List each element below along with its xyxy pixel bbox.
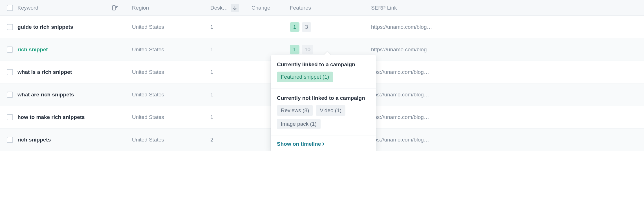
cell-desk: 1 xyxy=(202,24,252,30)
desk-value: 2 xyxy=(210,137,213,143)
unlinked-feature-tag[interactable]: Image pack (1) xyxy=(277,119,321,129)
col-label-change: Change xyxy=(252,5,270,11)
cell-region: United States xyxy=(124,69,202,75)
table-row: guide to rich snippetsUnited States113ht… xyxy=(0,16,644,38)
col-label-desk: Desk… xyxy=(210,5,228,11)
keyword-text[interactable]: guide to rich snippets xyxy=(17,24,73,30)
unlinked-feature-tag[interactable]: Video (1) xyxy=(316,105,345,116)
popover-unlinked-title: Currently not linked to a campaign xyxy=(277,95,370,101)
cell-keyword: how to make rich snippets xyxy=(0,114,124,120)
timeline-link-label: Show on timeline xyxy=(277,141,321,147)
show-on-timeline-link[interactable]: Show on timeline xyxy=(277,141,370,147)
keyword-text[interactable]: what is a rich snippet xyxy=(17,69,72,75)
popover-footer: Show on timeline xyxy=(271,136,376,151)
cell-region: United States xyxy=(124,92,202,98)
cell-desk: 1 xyxy=(202,114,252,120)
popover-linked-tags: Featured snippet (1) xyxy=(277,72,370,82)
cell-region: United States xyxy=(124,24,202,30)
desk-value: 1 xyxy=(210,47,213,53)
col-header-keyword[interactable]: Keyword xyxy=(0,5,124,11)
cell-features[interactable]: 13 xyxy=(290,22,371,32)
row-checkbox[interactable] xyxy=(7,114,13,120)
row-checkbox[interactable] xyxy=(7,137,13,143)
row-checkbox[interactable] xyxy=(7,92,13,98)
keyword-text[interactable]: rich snippets xyxy=(17,137,51,143)
keyword-text[interactable]: what are rich snippets xyxy=(17,92,74,98)
keyword-text[interactable]: rich snippet xyxy=(17,47,48,53)
popover-linked-section: Currently linked to a campaign Featured … xyxy=(271,55,376,89)
cell-keyword: guide to rich snippets xyxy=(0,24,124,30)
col-label-features: Features xyxy=(290,5,311,11)
cell-region: United States xyxy=(124,114,202,120)
cell-region: United States xyxy=(124,47,202,53)
col-header-serp[interactable]: SERP Link xyxy=(371,5,644,11)
cell-serp-link[interactable]: ttps://unamo.com/blog… xyxy=(371,114,644,120)
col-header-features[interactable]: Features xyxy=(290,5,371,11)
col-label-serp: SERP Link xyxy=(371,5,397,11)
col-label-keyword: Keyword xyxy=(17,5,38,11)
feature-badge-secondary[interactable]: 3 xyxy=(302,22,311,32)
cell-keyword: what is a rich snippet xyxy=(0,69,124,75)
chevron-right-icon xyxy=(322,142,325,146)
feature-badge-primary[interactable]: 1 xyxy=(290,22,299,32)
cell-serp-link[interactable]: https://unamo.com/blog… xyxy=(371,47,644,53)
cell-keyword: what are rich snippets xyxy=(0,92,124,98)
col-header-region[interactable]: Region xyxy=(124,5,202,11)
row-checkbox[interactable] xyxy=(7,24,13,30)
cell-serp-link[interactable]: ttps://unamo.com/blog… xyxy=(371,137,644,143)
row-checkbox[interactable] xyxy=(7,69,13,75)
col-header-desk[interactable]: Desk… xyxy=(202,4,252,12)
desk-value: 1 xyxy=(210,92,213,98)
desk-value: 1 xyxy=(210,24,213,30)
cell-features[interactable]: 110 xyxy=(290,45,371,54)
cell-region: United States xyxy=(124,137,202,143)
cell-desk: 2 xyxy=(202,137,252,143)
sort-desc-icon[interactable] xyxy=(231,4,239,12)
keyword-text[interactable]: how to make rich snippets xyxy=(17,114,85,120)
cell-desk: 1 xyxy=(202,92,252,98)
desk-value: 1 xyxy=(210,114,213,120)
col-label-region: Region xyxy=(132,5,149,11)
cell-serp-link[interactable]: ttps://unamo.com/blog… xyxy=(371,69,644,75)
unlinked-feature-tag[interactable]: Reviews (8) xyxy=(277,105,313,116)
features-popover: Currently linked to a campaign Featured … xyxy=(271,55,376,151)
cell-serp-link[interactable]: https://unamo.com/blog… xyxy=(371,24,644,30)
select-all-checkbox[interactable] xyxy=(7,5,13,11)
desk-value: 1 xyxy=(210,69,213,75)
popover-unlinked-section: Currently not linked to a campaign Revie… xyxy=(271,89,376,136)
cell-keyword: rich snippets xyxy=(0,137,124,143)
cell-serp-link[interactable]: ttps://unamo.com/blog… xyxy=(371,92,644,98)
popover-unlinked-tags: Reviews (8)Video (1)Image pack (1) xyxy=(277,105,370,129)
cell-desk: 1 xyxy=(202,69,252,75)
cell-keyword: rich snippet xyxy=(0,47,124,53)
col-header-change[interactable]: Change xyxy=(252,5,290,11)
svg-rect-0 xyxy=(113,6,115,10)
table-header: Keyword Region Desk… Change Features xyxy=(0,0,644,16)
popover-linked-title: Currently linked to a campaign xyxy=(277,61,370,68)
linked-feature-tag[interactable]: Featured snippet (1) xyxy=(277,72,333,82)
cell-desk: 1 xyxy=(202,47,252,53)
feature-badge-primary[interactable]: 1 xyxy=(290,45,299,54)
row-checkbox[interactable] xyxy=(7,47,13,53)
edit-columns-icon[interactable] xyxy=(112,5,118,11)
feature-badge-secondary[interactable]: 10 xyxy=(302,45,313,54)
